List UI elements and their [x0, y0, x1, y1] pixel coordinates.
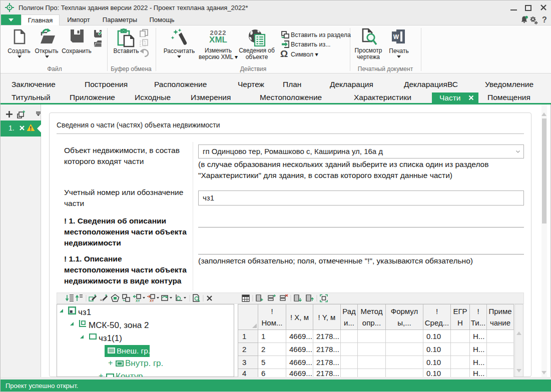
svg-text:W: W	[393, 34, 399, 40]
svg-text:XY: XY	[150, 299, 154, 302]
svg-text:XY: XY	[136, 299, 140, 302]
